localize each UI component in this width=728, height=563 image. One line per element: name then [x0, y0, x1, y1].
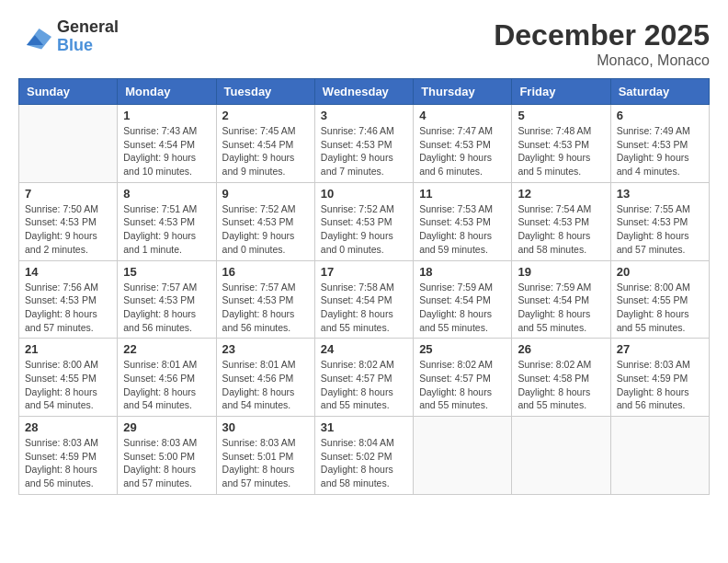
day-number: 6	[617, 109, 703, 122]
day-info: Sunrise: 7:48 AM Sunset: 4:53 PM Dayligh…	[518, 124, 604, 178]
col-header-monday: Monday	[118, 79, 216, 105]
calendar-cell: 18Sunrise: 7:59 AM Sunset: 4:54 PM Dayli…	[414, 260, 512, 339]
day-number: 10	[321, 187, 407, 201]
logo-text: General Blue	[57, 18, 119, 55]
calendar-cell: 25Sunrise: 8:02 AM Sunset: 4:57 PM Dayli…	[414, 339, 512, 417]
page-title: December 2025	[494, 18, 710, 52]
calendar-cell: 23Sunrise: 8:01 AM Sunset: 4:56 PM Dayli…	[216, 339, 314, 417]
day-number: 22	[123, 342, 210, 356]
calendar-cell: 7Sunrise: 7:50 AM Sunset: 4:53 PM Daylig…	[19, 182, 118, 260]
day-number: 9	[222, 187, 309, 201]
calendar-cell: 12Sunrise: 7:54 AM Sunset: 4:53 PM Dayli…	[512, 182, 610, 260]
calendar-cell: 21Sunrise: 8:00 AM Sunset: 4:55 PM Dayli…	[19, 339, 118, 417]
logo-line1: General	[57, 18, 119, 37]
calendar-cell: 9Sunrise: 7:52 AM Sunset: 4:53 PM Daylig…	[216, 182, 314, 260]
calendar-cell: 27Sunrise: 8:03 AM Sunset: 4:59 PM Dayli…	[610, 339, 709, 417]
calendar-cell: 15Sunrise: 7:57 AM Sunset: 4:53 PM Dayli…	[118, 260, 216, 339]
day-number: 18	[419, 265, 506, 279]
day-number: 4	[419, 109, 506, 122]
day-info: Sunrise: 8:00 AM Sunset: 4:55 PM Dayligh…	[25, 358, 111, 412]
day-info: Sunrise: 7:53 AM Sunset: 4:53 PM Dayligh…	[419, 202, 506, 257]
day-info: Sunrise: 7:47 AM Sunset: 4:53 PM Dayligh…	[419, 124, 506, 178]
page-header: General Blue December 2025 Monaco, Monac…	[18, 18, 710, 69]
calendar-cell: 29Sunrise: 8:03 AM Sunset: 5:00 PM Dayli…	[118, 417, 216, 495]
day-number: 3	[321, 109, 407, 122]
day-info: Sunrise: 8:01 AM Sunset: 4:56 PM Dayligh…	[222, 358, 309, 412]
col-header-thursday: Thursday	[414, 79, 512, 105]
calendar-cell	[610, 417, 709, 495]
day-info: Sunrise: 8:02 AM Sunset: 4:57 PM Dayligh…	[419, 358, 506, 412]
day-info: Sunrise: 7:45 AM Sunset: 4:54 PM Dayligh…	[222, 124, 309, 178]
calendar-cell: 4Sunrise: 7:47 AM Sunset: 4:53 PM Daylig…	[414, 105, 512, 183]
col-header-tuesday: Tuesday	[216, 79, 314, 105]
day-number: 15	[123, 265, 210, 279]
calendar-cell: 11Sunrise: 7:53 AM Sunset: 4:53 PM Dayli…	[414, 182, 512, 260]
calendar-week-row: 14Sunrise: 7:56 AM Sunset: 4:53 PM Dayli…	[19, 260, 710, 339]
day-info: Sunrise: 8:01 AM Sunset: 4:56 PM Dayligh…	[123, 358, 210, 412]
day-info: Sunrise: 7:57 AM Sunset: 4:53 PM Dayligh…	[222, 281, 309, 335]
day-number: 29	[123, 420, 210, 434]
day-info: Sunrise: 7:43 AM Sunset: 4:54 PM Dayligh…	[123, 124, 210, 178]
day-info: Sunrise: 8:03 AM Sunset: 4:59 PM Dayligh…	[617, 358, 703, 412]
calendar-cell: 16Sunrise: 7:57 AM Sunset: 4:53 PM Dayli…	[216, 260, 314, 339]
calendar-cell: 1Sunrise: 7:43 AM Sunset: 4:54 PM Daylig…	[118, 105, 216, 183]
day-info: Sunrise: 7:51 AM Sunset: 4:53 PM Dayligh…	[123, 202, 210, 257]
day-number: 17	[321, 265, 407, 279]
calendar-cell: 30Sunrise: 8:03 AM Sunset: 5:01 PM Dayli…	[216, 417, 314, 495]
day-info: Sunrise: 8:03 AM Sunset: 5:01 PM Dayligh…	[222, 436, 309, 490]
col-header-saturday: Saturday	[610, 79, 709, 105]
day-number: 31	[321, 420, 407, 434]
day-number: 1	[123, 109, 210, 122]
day-number: 25	[419, 342, 506, 356]
day-info: Sunrise: 7:58 AM Sunset: 4:54 PM Dayligh…	[321, 281, 407, 335]
day-info: Sunrise: 8:02 AM Sunset: 4:58 PM Dayligh…	[518, 358, 604, 412]
day-info: Sunrise: 7:50 AM Sunset: 4:53 PM Dayligh…	[25, 202, 111, 257]
day-info: Sunrise: 8:02 AM Sunset: 4:57 PM Dayligh…	[321, 358, 407, 412]
title-area: December 2025 Monaco, Monaco	[494, 18, 710, 69]
day-number: 23	[222, 342, 309, 356]
calendar-week-row: 7Sunrise: 7:50 AM Sunset: 4:53 PM Daylig…	[19, 182, 710, 260]
calendar-table: SundayMondayTuesdayWednesdayThursdayFrid…	[18, 78, 710, 495]
page-subtitle: Monaco, Monaco	[494, 52, 710, 69]
calendar-cell	[19, 105, 118, 183]
calendar-cell: 19Sunrise: 7:59 AM Sunset: 4:54 PM Dayli…	[512, 260, 610, 339]
col-header-friday: Friday	[512, 79, 610, 105]
day-info: Sunrise: 7:59 AM Sunset: 4:54 PM Dayligh…	[518, 281, 604, 335]
calendar-cell: 3Sunrise: 7:46 AM Sunset: 4:53 PM Daylig…	[314, 105, 413, 183]
calendar-cell: 14Sunrise: 7:56 AM Sunset: 4:53 PM Dayli…	[19, 260, 118, 339]
calendar-cell: 10Sunrise: 7:52 AM Sunset: 4:53 PM Dayli…	[314, 182, 413, 260]
day-number: 14	[25, 265, 111, 279]
calendar-cell: 8Sunrise: 7:51 AM Sunset: 4:53 PM Daylig…	[118, 182, 216, 260]
day-info: Sunrise: 7:49 AM Sunset: 4:53 PM Dayligh…	[617, 124, 703, 178]
calendar-cell: 26Sunrise: 8:02 AM Sunset: 4:58 PM Dayli…	[512, 339, 610, 417]
calendar-week-row: 28Sunrise: 8:03 AM Sunset: 4:59 PM Dayli…	[19, 417, 710, 495]
logo-line2: Blue	[57, 37, 119, 55]
day-number: 11	[419, 187, 506, 201]
calendar-cell: 5Sunrise: 7:48 AM Sunset: 4:53 PM Daylig…	[512, 105, 610, 183]
calendar-cell: 2Sunrise: 7:45 AM Sunset: 4:54 PM Daylig…	[216, 105, 314, 183]
calendar-header-row: SundayMondayTuesdayWednesdayThursdayFrid…	[19, 79, 710, 105]
day-number: 27	[617, 342, 703, 356]
day-info: Sunrise: 8:03 AM Sunset: 5:00 PM Dayligh…	[123, 436, 210, 490]
day-info: Sunrise: 8:04 AM Sunset: 5:02 PM Dayligh…	[321, 436, 407, 490]
day-info: Sunrise: 7:54 AM Sunset: 4:53 PM Dayligh…	[518, 202, 604, 257]
day-info: Sunrise: 8:00 AM Sunset: 4:55 PM Dayligh…	[617, 281, 703, 335]
day-number: 16	[222, 265, 309, 279]
day-info: Sunrise: 7:52 AM Sunset: 4:53 PM Dayligh…	[321, 202, 407, 257]
calendar-cell: 17Sunrise: 7:58 AM Sunset: 4:54 PM Dayli…	[314, 260, 413, 339]
col-header-wednesday: Wednesday	[314, 79, 413, 105]
day-number: 2	[222, 109, 309, 122]
day-number: 7	[25, 187, 111, 201]
day-number: 28	[25, 420, 111, 434]
calendar-cell: 22Sunrise: 8:01 AM Sunset: 4:56 PM Dayli…	[118, 339, 216, 417]
day-number: 24	[321, 342, 407, 356]
day-info: Sunrise: 7:55 AM Sunset: 4:53 PM Dayligh…	[617, 202, 703, 257]
day-number: 26	[518, 342, 604, 356]
day-info: Sunrise: 7:57 AM Sunset: 4:53 PM Dayligh…	[123, 281, 210, 335]
col-header-sunday: Sunday	[19, 79, 118, 105]
calendar-cell	[512, 417, 610, 495]
day-number: 19	[518, 265, 604, 279]
calendar-cell: 20Sunrise: 8:00 AM Sunset: 4:55 PM Dayli…	[610, 260, 709, 339]
day-number: 30	[222, 420, 309, 434]
day-number: 8	[123, 187, 210, 201]
